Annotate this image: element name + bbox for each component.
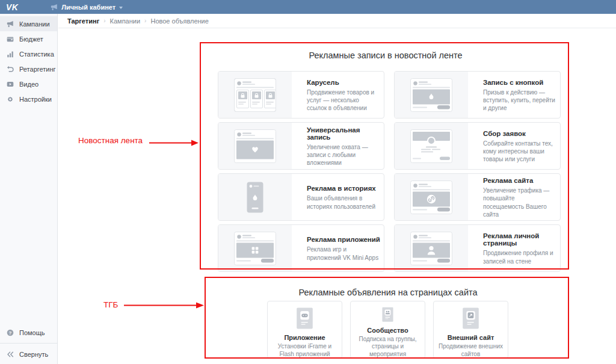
- ad-format-description: Увеличение трафика — повышайте посещаемо…: [483, 187, 556, 218]
- ad-format-title: Карусель: [307, 79, 380, 86]
- ad-format-description: Реклама игр и приложений VK Mini Apps: [307, 245, 380, 261]
- ad-format-description: Продвижение товаров и услуг — несколько …: [307, 88, 380, 113]
- ad-format-card-text: КарусельПродвижение товаров и услуг — не…: [292, 72, 384, 118]
- sidebar-item-label: Помощь: [19, 329, 45, 336]
- cabinet-label: Личный кабинет: [61, 4, 116, 11]
- video-icon: [7, 81, 14, 88]
- ad-format-card-app-ad[interactable]: Реклама приложенийРеклама игр и приложен…: [218, 224, 384, 272]
- annotation-arrow-icon: [124, 301, 204, 312]
- sidebar-item-label: Настройки: [19, 96, 52, 103]
- sidebar-nav: КампанииБюджетСтатистикаРетаргетингВидео…: [0, 14, 57, 106]
- feed-section-title: Рекламные записи в новостной ленте: [200, 51, 571, 60]
- sidebar-item-budget[interactable]: Бюджет: [0, 31, 57, 46]
- ad-format-title: Реклама приложений: [307, 236, 380, 243]
- community-icon: [379, 307, 396, 322]
- ad-format-card-stories[interactable]: Реклама в историяхВаши объявления в исто…: [218, 173, 384, 221]
- ad-format-card-lead-form[interactable]: Сбор заявокСобирайте контакты тех, кому …: [394, 122, 561, 170]
- ad-format-description: Подписка на группы, страницы и мероприят…: [351, 336, 425, 359]
- top-header: VK Личный кабинет: [0, 0, 616, 14]
- breadcrumb-item[interactable]: Таргетинг: [67, 17, 99, 25]
- universal-post-thumb: [218, 123, 292, 169]
- sidebar-item-label: Свернуть: [19, 351, 48, 358]
- sidebar-item-collapse[interactable]: Свернуть: [0, 347, 57, 362]
- ad-format-title: Универсальная запись: [307, 126, 380, 141]
- ad-format-title: Запись с кнопкой: [483, 79, 556, 86]
- tgb-section-title: Рекламные объявления на страницах сайта: [205, 288, 571, 297]
- carousel-thumb: [218, 72, 292, 118]
- ad-format-card-text: Реклама в историяхВаши объявления в исто…: [292, 174, 384, 220]
- sidebar-item-label: Ретаргетинг: [19, 66, 56, 73]
- sidebar-item-help[interactable]: ?Помощь: [0, 325, 57, 340]
- cabinet-dropdown[interactable]: Личный кабинет: [51, 0, 123, 14]
- vk-logo[interactable]: VK: [0, 2, 25, 12]
- ad-format-card-universal[interactable]: Универсальная записьУвеличение охвата — …: [218, 122, 384, 170]
- ad-format-card-button-post[interactable]: Запись с кнопкойПризыв к действию — всту…: [394, 71, 561, 119]
- retarget-icon: [7, 66, 14, 73]
- ad-format-description: Собирайте контакты тех, кому интересны в…: [483, 140, 556, 164]
- button-post-thumb: [395, 72, 468, 118]
- gamepad-icon: [296, 307, 313, 330]
- ad-format-description: Увеличение охвата — записи с любыми влож…: [307, 143, 380, 167]
- sidebar-item-label: Статистика: [19, 51, 54, 58]
- collapse-icon: [7, 351, 14, 358]
- svg-text:?: ?: [9, 330, 12, 335]
- ad-format-description: Ваши объявления в историях пользователей: [307, 194, 380, 210]
- ad-format-card-app[interactable]: ПриложениеУстановки iFrame и Flash прило…: [267, 301, 342, 359]
- ad-format-title: Сообщество: [367, 327, 408, 334]
- ad-format-card-text: Реклама личной страницыПродвижение профи…: [468, 225, 560, 271]
- tgb-cards-grid: ПриложениеУстановки iFrame и Flash прило…: [267, 301, 508, 359]
- bar-chart-icon: [7, 51, 14, 58]
- ad-format-title: Реклама сайта: [483, 177, 556, 184]
- sidebar-item-label: Бюджет: [19, 35, 43, 43]
- ad-format-description: Продвижение профиля и записей на стене: [483, 249, 556, 265]
- sidebar: КампанииБюджетСтатистикаРетаргетингВидео…: [0, 14, 58, 364]
- feed-cards-grid: КарусельПродвижение товаров и услуг — не…: [218, 71, 561, 272]
- ad-format-title: Внешний сайт: [448, 334, 494, 341]
- breadcrumb-item: Новое объявление: [150, 17, 208, 25]
- wallet-icon: [7, 35, 14, 43]
- help-icon: ?: [7, 329, 14, 336]
- ad-format-card-community[interactable]: СообществоПодписка на группы, страницы и…: [350, 301, 425, 359]
- ad-format-title: Сбор заявок: [483, 130, 556, 137]
- annotation-label-feed: Новостная лента: [78, 136, 143, 145]
- breadcrumb-separator: ›: [144, 17, 146, 24]
- breadcrumb-item[interactable]: Кампании: [110, 17, 141, 25]
- personal-page-thumb: [395, 225, 468, 271]
- ad-format-card-personal-page[interactable]: Реклама личной страницыПродвижение профи…: [394, 224, 561, 272]
- app-ad-thumb: [218, 225, 292, 271]
- sidebar-item-campaigns[interactable]: Кампании: [0, 16, 57, 31]
- site-ad-thumb: [395, 174, 468, 220]
- sidebar-item-label: Кампании: [19, 20, 50, 28]
- annotation-arrow-icon: [149, 138, 199, 149]
- external-arrow-icon: [462, 307, 479, 330]
- ad-format-description: Призыв к действию — вступить, купить, пе…: [483, 88, 556, 113]
- sidebar-item-statistics[interactable]: Статистика: [0, 46, 57, 61]
- ad-format-card-text: Запись с кнопкойПризыв к действию — всту…: [468, 72, 560, 118]
- sidebar-item-retargeting[interactable]: Ретаргетинг: [0, 61, 57, 76]
- annotation-label-tgb: ТГБ: [103, 300, 118, 309]
- vk-ads-cabinet-page: VK Личный кабинет КампанииБюджетСтатисти…: [0, 0, 616, 364]
- chevron-down-icon: [119, 7, 123, 9]
- sidebar-item-video[interactable]: Видео: [0, 76, 57, 91]
- ad-format-title: Приложение: [284, 334, 325, 341]
- breadcrumb: Таргетинг›Кампании›Новое объявление: [58, 14, 616, 28]
- ad-format-card-text: Универсальная записьУвеличение охвата — …: [292, 123, 384, 169]
- ad-format-card-carousel[interactable]: КарусельПродвижение товаров и услуг — не…: [218, 71, 384, 119]
- sidebar-item-settings[interactable]: Настройки: [0, 91, 57, 106]
- gear-icon: [7, 96, 14, 103]
- ad-format-description: Продвижение внешних сайтов: [434, 343, 508, 358]
- ad-format-title: Реклама личной страницы: [483, 232, 556, 247]
- ad-format-card-site-ad[interactable]: Реклама сайтаУвеличение трафика — повыша…: [394, 173, 561, 221]
- ad-format-description: Установки iFrame и Flash приложений: [268, 343, 342, 358]
- sidebar-divider: [0, 343, 57, 344]
- lead-form-thumb: [395, 123, 468, 169]
- ad-format-card-external-site[interactable]: Внешний сайтПродвижение внешних сайтов: [433, 301, 508, 359]
- ad-format-card-text: Реклама приложенийРеклама игр и приложен…: [292, 225, 384, 271]
- stories-thumb: [218, 174, 292, 220]
- ad-format-title: Реклама в историях: [307, 185, 380, 192]
- sidebar-item-label: Видео: [19, 81, 38, 88]
- megaphone-icon: [7, 20, 14, 28]
- breadcrumb-separator: ›: [103, 17, 105, 24]
- ad-format-card-text: Реклама сайтаУвеличение трафика — повыша…: [468, 174, 560, 220]
- ad-format-card-text: Сбор заявокСобирайте контакты тех, кому …: [468, 123, 560, 169]
